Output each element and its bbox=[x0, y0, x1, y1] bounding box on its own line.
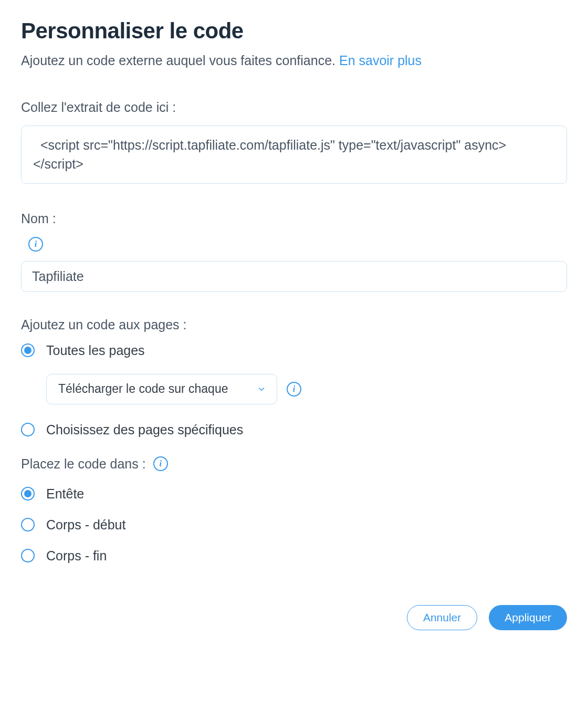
learn-more-link[interactable]: En savoir plus bbox=[339, 53, 422, 68]
place-code-label: Placez le code dans : bbox=[21, 456, 146, 472]
radio-specific-pages[interactable] bbox=[21, 423, 35, 436]
radio-row-specific-pages[interactable]: Choisissez des pages spécifiques bbox=[21, 422, 567, 437]
info-icon[interactable]: i bbox=[153, 456, 168, 471]
place-code-label-row: Placez le code dans : i bbox=[21, 456, 168, 472]
code-snippet-label: Collez l'extrait de code ici : bbox=[21, 100, 567, 115]
footer-buttons: Annuler Appliquer bbox=[407, 605, 567, 630]
radio-all-pages-label: Toutes les pages bbox=[46, 343, 145, 358]
apply-button[interactable]: Appliquer bbox=[489, 605, 567, 630]
radio-body-end[interactable] bbox=[21, 549, 35, 562]
radio-all-pages[interactable] bbox=[21, 343, 35, 357]
radio-body-start-label: Corps - début bbox=[46, 517, 125, 533]
info-icon[interactable]: i bbox=[287, 382, 301, 397]
radio-row-body-end[interactable]: Corps - fin bbox=[21, 548, 567, 564]
radio-body-end-label: Corps - fin bbox=[46, 548, 107, 564]
radio-row-all-pages[interactable]: Toutes les pages bbox=[21, 343, 567, 358]
page-subtitle: Ajoutez un code externe auquel vous fait… bbox=[21, 53, 567, 68]
subtitle-text: Ajoutez un code externe auquel vous fait… bbox=[21, 53, 339, 68]
load-code-dropdown[interactable]: Télécharger le code sur chaque bbox=[46, 374, 277, 404]
radio-specific-pages-label: Choisissez des pages spécifiques bbox=[46, 422, 243, 437]
radio-body-start[interactable] bbox=[21, 518, 35, 531]
radio-head[interactable] bbox=[21, 487, 35, 501]
add-to-pages-label: Ajoutez un code aux pages : bbox=[21, 317, 567, 332]
add-to-pages-group: Toutes les pages Télécharger le code sur… bbox=[21, 343, 567, 437]
radio-row-head[interactable]: Entête bbox=[21, 486, 567, 502]
info-icon[interactable]: i bbox=[28, 237, 43, 252]
name-input[interactable] bbox=[21, 261, 567, 292]
dropdown-value: Télécharger le code sur chaque bbox=[58, 382, 251, 396]
dropdown-row: Télécharger le code sur chaque i bbox=[46, 374, 567, 404]
radio-row-body-start[interactable]: Corps - début bbox=[21, 517, 567, 533]
place-code-group: Entête Corps - début Corps - fin bbox=[21, 486, 567, 564]
chevron-down-icon bbox=[257, 384, 266, 394]
cancel-button[interactable]: Annuler bbox=[407, 605, 477, 630]
name-label: Nom : bbox=[21, 211, 567, 226]
radio-head-label: Entête bbox=[46, 486, 84, 502]
page-title: Personnaliser le code bbox=[21, 18, 567, 44]
code-snippet-input[interactable] bbox=[21, 126, 567, 184]
